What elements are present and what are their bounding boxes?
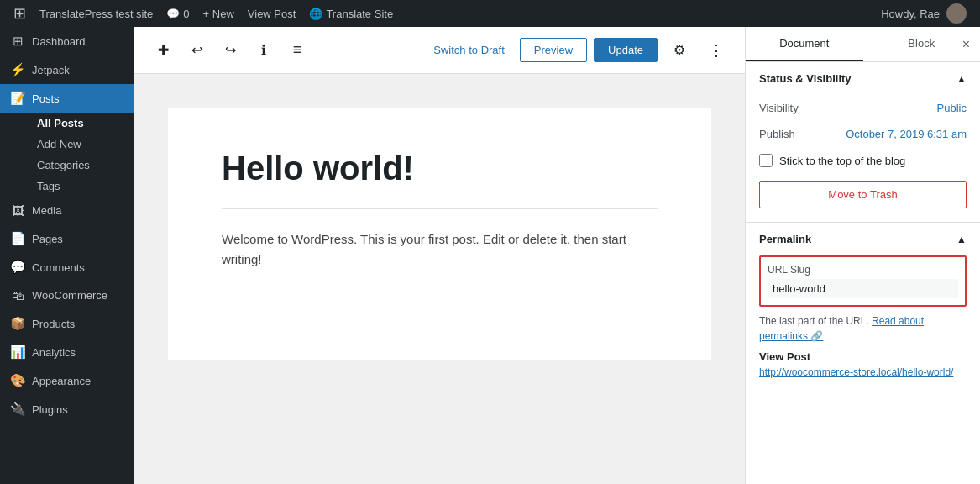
- sidebar-item-appearance[interactable]: 🎨 Appearance: [0, 366, 134, 395]
- wp-logo-link[interactable]: ⊞: [7, 0, 33, 27]
- stick-top-checkbox[interactable]: [759, 154, 773, 167]
- status-visibility-body: Visibility Public Publish October 7, 201…: [746, 95, 980, 222]
- dashboard-icon: ⊞: [10, 34, 25, 49]
- view-post-link[interactable]: View Post: [241, 0, 303, 27]
- sidebar-item-media[interactable]: 🖼 Media: [0, 197, 134, 224]
- add-block-button[interactable]: ✚: [148, 35, 178, 66]
- view-post-label: View Post: [248, 8, 296, 20]
- move-to-trash-button[interactable]: Move to Trash: [759, 181, 967, 208]
- redo-button[interactable]: ↪: [215, 35, 245, 66]
- visibility-row: Visibility Public: [759, 95, 967, 121]
- howdy-link[interactable]: Howdy, Rae: [874, 0, 973, 27]
- view-post-url-link[interactable]: http://woocommerce-store.local/hello-wor…: [759, 366, 953, 378]
- jetpack-icon: ⚡: [10, 62, 25, 77]
- sidebar-item-label: Appearance: [32, 375, 91, 387]
- pages-icon: 📄: [10, 231, 25, 246]
- status-visibility-section: Status & Visibility ▲ Visibility Public …: [746, 62, 980, 223]
- sidebar-item-all-posts[interactable]: All Posts: [30, 113, 134, 134]
- comments-icon: 💬: [166, 8, 180, 20]
- toolbar-right: Switch to Draft Preview Update ⚙ ⋮: [425, 35, 731, 66]
- permalink-body: URL Slug The last part of the URL. Read …: [746, 255, 980, 392]
- tab-document[interactable]: Document: [746, 27, 863, 61]
- right-panel: Document Block × Status & Visibility ▲ V…: [745, 27, 980, 484]
- comments-icon: 💬: [10, 260, 25, 275]
- add-block-icon: ✚: [158, 42, 169, 58]
- new-link[interactable]: + New: [197, 0, 241, 27]
- sidebar-item-label: Analytics: [32, 346, 76, 359]
- sidebar-item-pages[interactable]: 📄 Pages: [0, 224, 134, 253]
- comments-count: 0: [183, 8, 189, 20]
- editor-wrapper: ✚ ↩ ↪ ℹ ≡ Switch to Draft Preview: [134, 27, 745, 484]
- sidebar-item-tags[interactable]: Tags: [30, 176, 134, 197]
- comments-link[interactable]: 💬 0: [160, 0, 196, 27]
- info-button[interactable]: ℹ: [249, 35, 279, 66]
- switch-to-draft-button[interactable]: Switch to Draft: [425, 39, 513, 61]
- stick-top-row: Stick to the top of the blog: [759, 147, 967, 174]
- post-body[interactable]: Welcome to WordPress. This is your first…: [222, 229, 658, 270]
- sidebar-item-plugins[interactable]: 🔌 Plugins: [0, 395, 134, 424]
- translate-site-label: Translate Site: [326, 8, 393, 20]
- preview-button[interactable]: Preview: [520, 38, 587, 62]
- sidebar-item-categories[interactable]: Categories: [30, 155, 134, 176]
- panel-close-button[interactable]: ×: [959, 34, 973, 55]
- more-options-button[interactable]: ⋮: [701, 35, 731, 66]
- update-button[interactable]: Update: [594, 38, 658, 62]
- status-visibility-title: Status & Visibility: [759, 72, 852, 85]
- editor-toolbar: ✚ ↩ ↪ ℹ ≡ Switch to Draft Preview: [134, 27, 745, 74]
- sidebar-item-label: Products: [32, 318, 75, 330]
- undo-button[interactable]: ↩: [181, 35, 212, 66]
- translate-site-icon: 🌐: [309, 8, 322, 20]
- admin-bar: ⊞ TranslatePress test site 💬 0 + New Vie…: [0, 0, 980, 27]
- list-view-button[interactable]: ≡: [282, 35, 312, 66]
- list-view-icon: ≡: [293, 41, 302, 59]
- analytics-icon: 📊: [10, 345, 25, 360]
- sidebar-item-label: Media: [32, 204, 61, 217]
- chevron-up-icon: ▲: [956, 73, 967, 85]
- appearance-icon: 🎨: [10, 373, 25, 388]
- sidebar-item-products[interactable]: 📦 Products: [0, 309, 134, 338]
- view-post-url: http://woocommerce-store.local/hello-wor…: [759, 366, 967, 378]
- sidebar-item-jetpack[interactable]: ⚡ Jetpack: [0, 55, 134, 84]
- sidebar-item-analytics[interactable]: 📊 Analytics: [0, 338, 134, 366]
- sidebar-item-woocommerce[interactable]: 🛍 WooCommerce: [0, 281, 134, 309]
- sidebar-item-add-new[interactable]: Add New: [30, 134, 134, 155]
- update-label: Update: [608, 44, 643, 56]
- sidebar-item-label: Comments: [32, 261, 85, 274]
- tab-document-label: Document: [779, 37, 829, 50]
- sidebar-item-label: Plugins: [32, 403, 68, 416]
- tab-block-label: Block: [908, 37, 935, 50]
- site-name-label: TranslatePress test site: [39, 8, 153, 20]
- permalink-header[interactable]: Permalink ▲: [746, 223, 980, 255]
- settings-icon: ⚙: [673, 42, 685, 58]
- url-slug-input[interactable]: [768, 279, 958, 298]
- sidebar-item-posts[interactable]: 📝 Posts: [0, 84, 134, 113]
- sidebar-item-label: Dashboard: [32, 35, 86, 48]
- sidebar-item-label: Jetpack: [32, 64, 70, 76]
- woocommerce-icon: 🛍: [10, 288, 25, 302]
- sidebar-item-comments[interactable]: 💬 Comments: [0, 253, 134, 281]
- media-icon: 🖼: [10, 203, 25, 218]
- chevron-up-icon: ▲: [956, 234, 967, 245]
- wp-logo-icon: ⊞: [13, 4, 26, 23]
- permalink-info-text: The last part of the URL.: [759, 315, 869, 327]
- stick-top-label: Stick to the top of the blog: [779, 155, 905, 167]
- info-icon: ℹ: [261, 42, 266, 58]
- translate-site-link[interactable]: 🌐 Translate Site: [302, 0, 400, 27]
- settings-button[interactable]: ⚙: [664, 35, 694, 66]
- visibility-label: Visibility: [759, 102, 799, 114]
- site-name-link[interactable]: TranslatePress test site: [33, 0, 160, 27]
- sidebar-item-label: Posts: [32, 92, 60, 105]
- post-title[interactable]: Hello world!: [222, 148, 658, 188]
- publish-value[interactable]: October 7, 2019 6:31 am: [846, 128, 967, 140]
- view-post-section-label: View Post: [759, 350, 967, 363]
- view-post-url-text: http://woocommerce-store.local/hello-wor…: [759, 366, 953, 378]
- editor-canvas: Hello world! Welcome to WordPress. This …: [168, 108, 711, 360]
- url-slug-container: URL Slug: [759, 255, 967, 307]
- status-visibility-header[interactable]: Status & Visibility ▲: [746, 62, 980, 95]
- publish-row: Publish October 7, 2019 6:31 am: [759, 121, 967, 147]
- posts-icon: 📝: [10, 91, 25, 106]
- visibility-value[interactable]: Public: [937, 102, 967, 114]
- undo-icon: ↩: [191, 42, 202, 58]
- redo-icon: ↪: [225, 42, 236, 58]
- sidebar-item-dashboard[interactable]: ⊞ Dashboard: [0, 27, 134, 55]
